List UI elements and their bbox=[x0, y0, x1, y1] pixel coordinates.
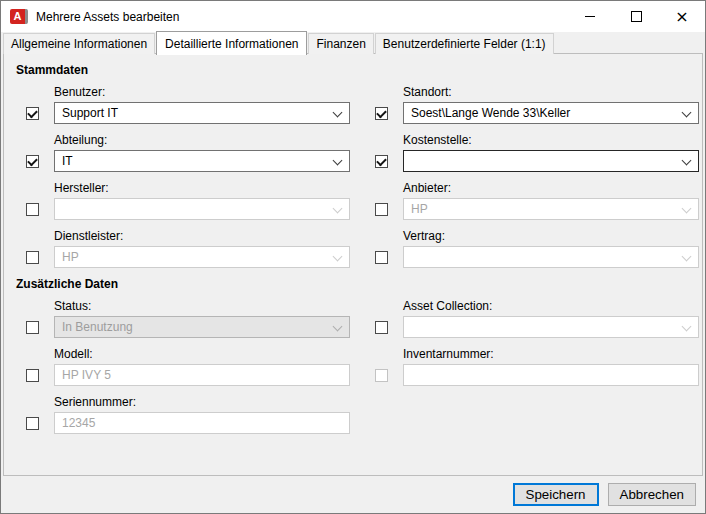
field-label-status: Status: bbox=[54, 299, 350, 313]
field-label-benutzer: Benutzer: bbox=[54, 85, 350, 99]
field-asset-collection: Asset Collection: bbox=[375, 299, 699, 338]
combo-status: In Benutzung bbox=[54, 316, 350, 338]
field-label-inventarnummer: Inventarnummer: bbox=[403, 347, 699, 361]
field-label-modell: Modell: bbox=[54, 347, 350, 361]
field-label-standort: Standort: bbox=[403, 85, 699, 99]
ctrl-row-asset-collection bbox=[375, 316, 699, 338]
field-benutzer: Benutzer:Support IT bbox=[26, 85, 350, 124]
checkbox-inventarnummer bbox=[375, 369, 388, 382]
combo-value-benutzer: Support IT bbox=[62, 106, 118, 120]
ctrl-row-standort: Soest\Lange Wende 33\Keller bbox=[375, 102, 699, 124]
empty-cell bbox=[375, 395, 699, 434]
field-label-kostenstelle: Kostenstelle: bbox=[403, 133, 699, 147]
combo-vertrag bbox=[403, 246, 699, 268]
chevron-down-icon bbox=[333, 205, 342, 214]
checkbox-dienstleister[interactable] bbox=[26, 251, 39, 264]
ctrl-row-status: In Benutzung bbox=[26, 316, 350, 338]
ctrl-row-seriennummer: 12345 bbox=[26, 412, 350, 434]
field-row: Abteilung:ITKostenstelle: bbox=[26, 133, 691, 172]
dialog-mehrere-assets-bearbeiten: A Mehrere Assets bearbeiten × Allgemeine… bbox=[0, 0, 706, 514]
maximize-icon bbox=[631, 11, 642, 22]
close-icon: × bbox=[675, 9, 688, 25]
checkbox-asset-collection[interactable] bbox=[375, 321, 388, 334]
tab-finanzen[interactable]: Finanzen bbox=[308, 33, 373, 54]
combo-benutzer[interactable]: Support IT bbox=[54, 102, 350, 124]
combo-abteilung[interactable]: IT bbox=[54, 150, 350, 172]
input-value-modell: HP IVY 5 bbox=[62, 368, 111, 382]
checkbox-benutzer[interactable] bbox=[26, 107, 39, 120]
field-abteilung: Abteilung:IT bbox=[26, 133, 350, 172]
combo-value-anbieter: HP bbox=[411, 202, 428, 216]
field-label-hersteller: Hersteller: bbox=[54, 181, 350, 195]
tab-benutzerdefinierte-felder[interactable]: Benutzerdefinierte Felder (1:1) bbox=[375, 33, 554, 54]
combo-value-standort: Soest\Lange Wende 33\Keller bbox=[411, 106, 570, 120]
checkbox-hersteller[interactable] bbox=[26, 203, 39, 216]
section-title-0: Stammdaten bbox=[16, 63, 691, 77]
combo-anbieter: HP bbox=[403, 198, 699, 220]
tab-detaillierte-informationen[interactable]: Detaillierte Informationen bbox=[156, 31, 307, 55]
field-dienstleister: Dienstleister:HP bbox=[26, 229, 350, 268]
checkbox-kostenstelle[interactable] bbox=[375, 155, 388, 168]
input-value-seriennummer: 12345 bbox=[62, 416, 95, 430]
checkbox-anbieter[interactable] bbox=[375, 203, 388, 216]
maximize-button[interactable] bbox=[613, 1, 659, 32]
combo-standort[interactable]: Soest\Lange Wende 33\Keller bbox=[403, 102, 699, 124]
app-icon: A bbox=[10, 9, 28, 24]
combo-kostenstelle[interactable] bbox=[403, 150, 699, 172]
chevron-down-icon bbox=[682, 109, 691, 118]
field-modell: Modell:HP IVY 5 bbox=[26, 347, 350, 386]
ctrl-row-vertrag bbox=[375, 246, 699, 268]
section-title-1: Zusätzliche Daten bbox=[16, 277, 691, 291]
chevron-down-icon bbox=[333, 253, 342, 262]
title-bar: A Mehrere Assets bearbeiten × bbox=[1, 1, 705, 32]
ctrl-row-benutzer: Support IT bbox=[26, 102, 350, 124]
minimize-button[interactable] bbox=[567, 1, 613, 32]
checkbox-seriennummer[interactable] bbox=[26, 417, 39, 430]
checkbox-modell[interactable] bbox=[26, 369, 39, 382]
field-label-asset-collection: Asset Collection: bbox=[403, 299, 699, 313]
window-title: Mehrere Assets bearbeiten bbox=[36, 10, 179, 24]
field-row: Dienstleister:HPVertrag: bbox=[26, 229, 691, 268]
field-status: Status:In Benutzung bbox=[26, 299, 350, 338]
tab-allgemeine-informationen[interactable]: Allgemeine Informationen bbox=[3, 33, 155, 54]
field-inventarnummer: Inventarnummer: bbox=[375, 347, 699, 386]
field-label-abteilung: Abteilung: bbox=[54, 133, 350, 147]
combo-value-dienstleister: HP bbox=[62, 250, 79, 264]
field-row: Modell:HP IVY 5Inventarnummer: bbox=[26, 347, 691, 386]
combo-value-abteilung: IT bbox=[62, 154, 73, 168]
minimize-icon bbox=[585, 16, 595, 17]
chevron-down-icon bbox=[682, 253, 691, 262]
ctrl-row-hersteller bbox=[26, 198, 350, 220]
speichern-button[interactable]: Speichern bbox=[513, 483, 599, 506]
chevron-down-icon bbox=[682, 157, 691, 166]
combo-asset-collection bbox=[403, 316, 699, 338]
input-modell: HP IVY 5 bbox=[54, 364, 350, 386]
field-vertrag: Vertrag: bbox=[375, 229, 699, 268]
combo-value-status: In Benutzung bbox=[62, 320, 133, 334]
ctrl-row-kostenstelle bbox=[375, 150, 699, 172]
field-seriennummer: Seriennummer:12345 bbox=[26, 395, 350, 434]
window-controls: × bbox=[567, 1, 705, 32]
field-label-seriennummer: Seriennummer: bbox=[54, 395, 350, 409]
input-seriennummer: 12345 bbox=[54, 412, 350, 434]
checkbox-standort[interactable] bbox=[375, 107, 388, 120]
abbrechen-button[interactable]: Abbrechen bbox=[608, 483, 696, 506]
field-row: Status:In BenutzungAsset Collection: bbox=[26, 299, 691, 338]
input-inventarnummer bbox=[403, 364, 699, 386]
ctrl-row-dienstleister: HP bbox=[26, 246, 350, 268]
field-standort: Standort:Soest\Lange Wende 33\Keller bbox=[375, 85, 699, 124]
ctrl-row-modell: HP IVY 5 bbox=[26, 364, 350, 386]
chevron-down-icon bbox=[333, 109, 342, 118]
field-row: Seriennummer:12345 bbox=[26, 395, 691, 434]
checkbox-abteilung[interactable] bbox=[26, 155, 39, 168]
field-hersteller: Hersteller: bbox=[26, 181, 350, 220]
field-label-anbieter: Anbieter: bbox=[403, 181, 699, 195]
ctrl-row-abteilung: IT bbox=[26, 150, 350, 172]
close-button[interactable]: × bbox=[659, 1, 705, 32]
chevron-down-icon bbox=[333, 157, 342, 166]
chevron-down-icon bbox=[333, 323, 342, 332]
chevron-down-icon bbox=[682, 323, 691, 332]
checkbox-status[interactable] bbox=[26, 321, 39, 334]
field-anbieter: Anbieter:HP bbox=[375, 181, 699, 220]
checkbox-vertrag[interactable] bbox=[375, 251, 388, 264]
